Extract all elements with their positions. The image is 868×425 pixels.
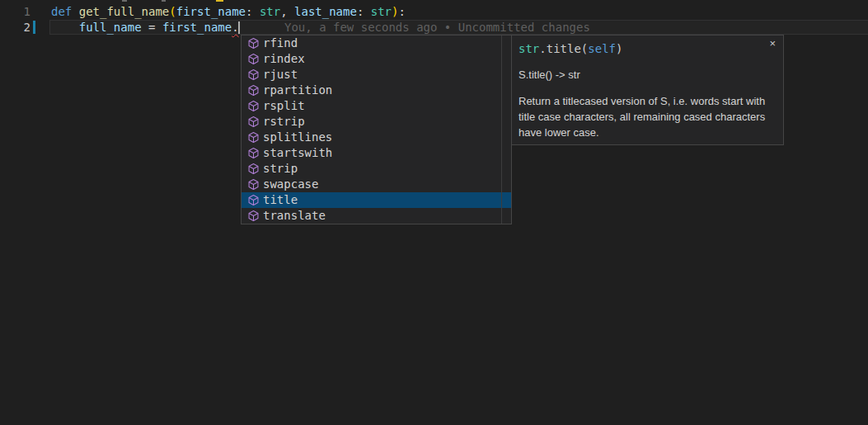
suggestion-label: rfind xyxy=(263,35,298,51)
method-icon xyxy=(246,53,260,66)
suggestion-item[interactable]: rindex xyxy=(242,51,511,67)
suggestion-item[interactable]: title xyxy=(242,192,511,208)
docs-summary: S.title() -> str xyxy=(518,68,775,82)
docs-description: Return a titlecased version of S, i.e. w… xyxy=(518,93,770,140)
suggestion-item[interactable]: rjust xyxy=(242,67,511,83)
suggestion-item[interactable]: rfind xyxy=(242,35,511,51)
code-line[interactable]: def get_full_name(first_name: str, last_… xyxy=(51,4,406,20)
method-icon xyxy=(246,84,260,97)
method-icon xyxy=(246,178,260,191)
suggestion-label: rindex xyxy=(263,51,305,67)
method-icon xyxy=(246,116,260,129)
line-number: 1 xyxy=(0,4,30,20)
suggestion-label: strip xyxy=(263,161,298,177)
method-icon xyxy=(246,100,260,113)
suggestion-label: rsplit xyxy=(263,98,305,114)
suggestion-label: title xyxy=(263,192,298,208)
code-line[interactable]: full_name = first_name. xyxy=(51,20,239,35)
suggestion-item[interactable]: rsplit xyxy=(242,98,511,114)
method-icon xyxy=(246,210,260,223)
suggestion-label: rpartition xyxy=(263,83,332,98)
suggestion-label: splitlines xyxy=(263,130,332,145)
suggestion-item[interactable]: startswith xyxy=(242,145,511,161)
method-icon xyxy=(246,147,260,160)
suggestion-label: translate xyxy=(263,208,326,224)
suggestion-item[interactable]: strip xyxy=(242,161,511,177)
method-icon xyxy=(246,194,260,207)
modified-line-indicator xyxy=(33,21,35,34)
editor-window: { "colors": { "editor_bg": "#1f1f1f", "w… xyxy=(0,0,868,425)
suggestion-item[interactable]: swapcase xyxy=(242,177,511,192)
suggestion-item[interactable]: rpartition xyxy=(242,83,511,98)
breadcrumb-sliver-mark xyxy=(216,0,223,2)
docs-panel: str.title(self) S.title() -> str Return … xyxy=(511,35,784,145)
suggestion-item[interactable]: splitlines xyxy=(242,130,511,145)
breadcrumb-sliver-mark xyxy=(162,0,166,2)
suggestion-item[interactable]: rstrip xyxy=(242,114,511,130)
line-number: 2 xyxy=(0,20,30,35)
suggestion-label: rstrip xyxy=(263,114,305,130)
docs-signature: str.title(self) xyxy=(518,41,775,57)
text-cursor xyxy=(238,21,240,34)
breadcrumb-sliver-mark xyxy=(122,0,127,2)
suggestion-label: swapcase xyxy=(263,177,318,192)
blame-annotation: You, a few seconds ago • Uncommitted cha… xyxy=(284,20,590,35)
method-icon xyxy=(246,37,260,50)
suggestion-label: rjust xyxy=(263,67,298,83)
suggest-widget: rfindrindexrjustrpartitionrsplitrstripsp… xyxy=(241,35,512,224)
suggest-scrollbar[interactable] xyxy=(501,35,502,224)
suggestion-label: startswith xyxy=(263,145,332,161)
method-icon xyxy=(246,68,260,82)
method-icon xyxy=(246,163,260,176)
suggestion-item[interactable]: translate xyxy=(242,208,511,224)
close-icon[interactable]: × xyxy=(769,38,776,50)
method-icon xyxy=(246,131,260,144)
suggest-list: rfindrindexrjustrpartitionrsplitrstripsp… xyxy=(242,35,511,224)
